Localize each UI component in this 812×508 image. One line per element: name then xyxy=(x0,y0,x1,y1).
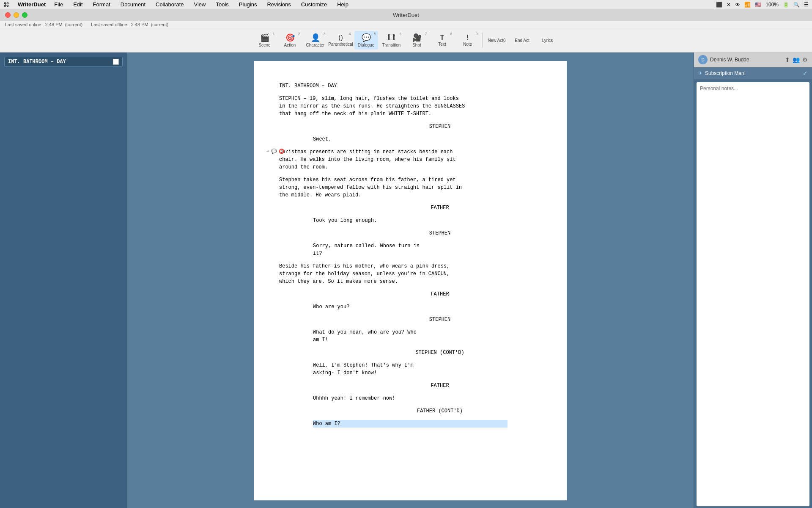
toolbar-note-btn[interactable]: 9 ! Note xyxy=(456,31,480,50)
people-icon[interactable]: 👥 xyxy=(793,56,800,63)
menu-view[interactable]: View xyxy=(192,1,208,8)
toolbar-parenthetical-btn[interactable]: 4 () Parenthetical xyxy=(329,31,353,50)
action-btn-label: Action xyxy=(284,43,296,47)
share-icon[interactable]: ⬆ xyxy=(785,56,790,63)
personal-notes-input[interactable] xyxy=(700,86,806,503)
online-save-state: (current) xyxy=(65,22,83,27)
note-btn-label: Note xyxy=(463,42,472,47)
edit-icon-comment[interactable]: 💬 xyxy=(271,148,277,155)
menubar-right: ⬛ ✕ 👁 📶 🇺🇸 100% 🔋 🔍 ☰ xyxy=(716,2,809,8)
paren-btn-num: 4 xyxy=(348,32,351,36)
saved-status-bar: Last saved online: 2:48 PM (current) Las… xyxy=(0,21,812,28)
shot-icon: 🎥 xyxy=(412,33,422,42)
subscription-icon: ✈ xyxy=(698,70,702,76)
character-btn-num: 3 xyxy=(323,32,325,36)
menu-document[interactable]: Document xyxy=(119,1,147,8)
traffic-lights xyxy=(5,12,27,18)
toolbar-lyrics-btn[interactable]: Lyrics xyxy=(536,31,560,50)
search-icon[interactable]: 🔍 xyxy=(793,2,800,8)
transition-btn-label: Transition xyxy=(382,43,401,47)
app-name[interactable]: WriterDuet xyxy=(18,1,46,8)
action-line-4: Beside his father is his mother, who wea… xyxy=(279,262,541,285)
menu-revisions[interactable]: Revisions xyxy=(265,1,292,8)
edit-icon-undo[interactable]: ↩ xyxy=(266,148,269,155)
edit-icon-add[interactable]: ⭕ xyxy=(279,148,285,155)
dialogue-stephen-3: What do you mean, who are you? Who am I! xyxy=(313,329,508,344)
character-stephen-contd: STEPHEN (CONT'D) xyxy=(338,349,541,356)
toolbar-character-btn[interactable]: 3 👤 Character xyxy=(304,31,327,50)
minimize-button[interactable] xyxy=(14,12,19,18)
dialogue-father-contd[interactable]: Who am I? xyxy=(313,420,508,428)
scene-btn-label: Scene xyxy=(258,43,270,47)
menu-file[interactable]: File xyxy=(52,1,65,8)
toolbar-dialogue-btn[interactable]: 5 💬 Dialogue xyxy=(354,31,378,50)
right-panel-header: D Dennis W. Budde ⬆ 👥 ⚙ xyxy=(694,52,812,67)
script-page: INT. BATHROOM – DAY STEPHEN – 19, slim, … xyxy=(254,61,567,500)
block-character-stephen-1: STEPHEN xyxy=(279,123,541,130)
transition-btn-num: 6 xyxy=(399,32,401,36)
shot-btn-num: 7 xyxy=(425,32,427,36)
toolbar-transition-btn[interactable]: 6 🎞 Transition xyxy=(380,31,403,50)
character-father-3: FATHER xyxy=(338,382,541,389)
left-panel: INT. BATHROOM – DAY xyxy=(0,52,127,508)
online-save-label: Last saved online: xyxy=(5,22,43,27)
subscription-label: ✈ Subscription Man! xyxy=(698,70,746,76)
notes-area[interactable] xyxy=(697,82,809,506)
lyrics-btn-label: Lyrics xyxy=(542,38,553,43)
wifi-icon: 📶 xyxy=(744,2,751,8)
apple-menu-icon[interactable]: ⌘ xyxy=(3,1,9,8)
user-info: D Dennis W. Budde xyxy=(698,55,749,64)
transition-icon: 🎞 xyxy=(388,33,395,42)
action-line-2: Christmas presents are sitting in neat s… xyxy=(279,148,541,171)
text-btn-label: Text xyxy=(438,42,446,47)
menu-tools[interactable]: Tools xyxy=(214,1,230,8)
menu-collaborate[interactable]: Collaborate xyxy=(154,1,186,8)
block-dialogue-stephen-3: What do you mean, who are you? Who am I! xyxy=(279,329,541,344)
block-character-stephen-3: STEPHEN xyxy=(279,316,541,323)
block-dialogue-stephen-contd: Well, I'm Stephen! That's why I'm asking… xyxy=(279,362,541,377)
toolbar-endact-btn[interactable]: End Act xyxy=(510,31,534,50)
flag-icon: 🇺🇸 xyxy=(755,2,761,8)
subscription-check-icon[interactable]: ✓ xyxy=(803,70,808,77)
block-action-3: Stephen takes his seat across from his f… xyxy=(279,176,541,199)
action-btn-num: 2 xyxy=(298,32,300,36)
close-button[interactable] xyxy=(5,12,11,18)
action-line-1: STEPHEN – 19, slim, long hair, flushes t… xyxy=(279,95,541,118)
toolbar-action-btn[interactable]: 2 🎯 Action xyxy=(278,31,302,50)
scene-heading-text: INT. BATHROOM – DAY xyxy=(8,59,66,65)
dialogue-sweet: Sweet. xyxy=(313,135,508,143)
block-character-father-2: FATHER xyxy=(279,290,541,298)
menu-customize[interactable]: Customize xyxy=(299,1,329,8)
user-name: Dennis W. Budde xyxy=(710,57,749,63)
menu-bar: ⌘ WriterDuet File Edit Format Document C… xyxy=(0,0,812,9)
menu-help[interactable]: Help xyxy=(335,1,350,8)
toolbar-shot-btn[interactable]: 7 🎥 Shot xyxy=(405,31,429,50)
panel-header-icons: ⬆ 👥 ⚙ xyxy=(785,56,808,63)
toolbar-newact-btn[interactable]: New Act0 xyxy=(485,31,509,50)
block-dialogue-father-2: Who are you? xyxy=(279,303,541,311)
dialogue-father-1: Took you long enough. xyxy=(313,217,508,224)
parenthetical-icon: () xyxy=(338,34,343,41)
settings-icon[interactable]: ⚙ xyxy=(802,56,808,63)
battery-percent: 100% xyxy=(765,2,779,8)
block-character-stephen-2: STEPHEN xyxy=(279,229,541,237)
toolbar-text-btn[interactable]: 8 T Text xyxy=(431,31,454,50)
offline-save-time: 2:48 PM xyxy=(131,22,148,27)
note-btn-num: 9 xyxy=(475,32,477,36)
eyeball-icon: 👁 xyxy=(735,2,740,8)
scene-checkbox[interactable] xyxy=(113,59,119,65)
script-area[interactable]: INT. BATHROOM – DAY STEPHEN – 19, slim, … xyxy=(127,52,694,508)
dialogue-father-3: Ohhhh yeah! I remember now! xyxy=(313,395,508,402)
menu-format[interactable]: Format xyxy=(91,1,112,8)
toolbar-scene-btn[interactable]: 1 🎬 Scene xyxy=(253,31,277,50)
dialogue-btn-num: 5 xyxy=(374,32,376,36)
block-dialogue-father-3: Ohhhh yeah! I remember now! xyxy=(279,395,541,402)
maximize-button[interactable] xyxy=(22,12,27,18)
dialogue-stephen-2: Sorry, nature called. Whose turn is it? xyxy=(313,242,508,257)
menu-plugins[interactable]: Plugins xyxy=(237,1,259,8)
block-character-father-1: FATHER xyxy=(279,204,541,212)
list-icon[interactable]: ☰ xyxy=(804,2,809,8)
menu-edit[interactable]: Edit xyxy=(71,1,84,8)
close-other-icon: ✕ xyxy=(727,2,731,8)
scene-btn-num: 1 xyxy=(272,32,274,36)
